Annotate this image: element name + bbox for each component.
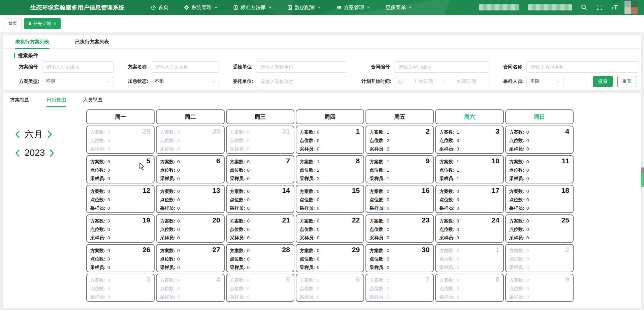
contract-code-input[interactable]	[394, 61, 489, 73]
calendar-day-cell[interactable]: 方案数:015点位数:0采样员:0	[296, 185, 364, 213]
calendar-day-cell[interactable]: 方案数:018点位数:0采样员:0	[505, 185, 574, 213]
next-year-button[interactable]	[49, 149, 55, 158]
search-button[interactable]: 搜索	[593, 76, 613, 87]
vertical-scrollbar[interactable]	[641, 0, 644, 310]
calendar-day-cell[interactable]: 方案数:027点位数:0采样员:0	[156, 244, 224, 272]
tab-calendar-view[interactable]: 日历视图	[46, 93, 66, 107]
sampler-select[interactable]: 不限	[526, 76, 564, 87]
plan-code-input[interactable]	[42, 61, 114, 73]
cell-value: 2	[387, 146, 389, 151]
calendar-day-cell[interactable]: 方案数:031点位数:0采样员:0	[226, 126, 294, 154]
tab-unexecuted-plan-list[interactable]: 未执行方案列表	[15, 35, 50, 49]
calendar-day-cell[interactable]: 方案数:024点位数:0采样员:0	[435, 214, 504, 243]
calendar-day-cell[interactable]: 方案数:08点位数:0采样员:0	[435, 274, 504, 302]
calendar-day-cell[interactable]: 方案数:019点位数:0采样员:0	[86, 214, 155, 243]
calendar-day-cell[interactable]: 方案数:110点位数:1采样员:1	[435, 155, 504, 183]
calendar-day-cell[interactable]: 方案数:020点位数:0采样员:0	[156, 214, 224, 243]
cell-value: 0	[107, 197, 110, 202]
cell-value: 0	[247, 168, 250, 173]
client-unit-input[interactable]	[256, 76, 346, 87]
nav-item-standard-method-library[interactable]: 标准方法库	[233, 4, 272, 11]
search-icon[interactable]	[581, 4, 587, 11]
calendar-day-cell[interactable]: 方案数:07点位数:0采样员:0	[365, 274, 434, 302]
plan-start-time-daterange-input[interactable]: 开始日期-结束日期	[394, 76, 489, 87]
plan-type-label: 方案类型:	[15, 78, 42, 84]
calendar-day-cell[interactable]: 方案数:029点位数:0采样员:0	[86, 126, 155, 154]
calendar-day-cell[interactable]: 方案数:05点位数:0采样员:0	[226, 274, 294, 302]
tag-home[interactable]: 首页	[4, 18, 22, 29]
tab-personnel-view[interactable]: 人员视图	[83, 93, 102, 107]
font-size-icon[interactable]: TT	[612, 4, 618, 11]
calendar-day-cell[interactable]: 方案数:022点位数:0采样员:0	[296, 214, 364, 243]
prev-month-button[interactable]	[15, 130, 20, 139]
calendar-day-cell[interactable]: 方案数:014点位数:0采样员:0	[226, 185, 294, 213]
calendar-day-cell[interactable]: 方案数:012点位数:0采样员:0	[86, 185, 155, 213]
urgent-status-select[interactable]: 不限	[151, 76, 219, 87]
day-number: 28	[282, 246, 290, 254]
cell-value: 0	[107, 278, 110, 283]
contract-name-input[interactable]	[526, 61, 639, 73]
tab-plan-view[interactable]: 方案视图	[10, 93, 30, 107]
calendar-day-cell[interactable]: 方案数:18点位数:2采样员:2	[296, 155, 364, 183]
scrollbar-thumb[interactable]	[641, 167, 644, 173]
cell-value: 0	[387, 265, 389, 270]
tag-task-plan[interactable]: 任务计划 ×	[24, 18, 61, 29]
cell-label: 方案数:	[90, 218, 105, 224]
calendar-day-cell[interactable]: 方案数:04点位数:0采样员:0	[505, 126, 574, 154]
cell-value: 0	[526, 235, 529, 240]
calendar-day-cell[interactable]: 方案数:028点位数:0采样员:0	[226, 244, 294, 272]
day-number: 21	[282, 216, 290, 224]
calendar-day-cell[interactable]: 方案数:03点位数:0采样员:0	[86, 274, 155, 302]
close-icon[interactable]: ×	[54, 21, 56, 26]
calendar-day-cell[interactable]: 方案数:06点位数:0采样员:0	[156, 155, 224, 183]
inspected-unit-input[interactable]	[256, 61, 346, 73]
cell-label: 方案数:	[369, 248, 385, 254]
reset-button[interactable]: 重置	[617, 76, 636, 87]
calendar-day-cell[interactable]: 方案数:017点位数:0采样员:0	[435, 185, 504, 213]
calendar-day-cell[interactable]: 方案数:05点位数:0采样员:0	[86, 155, 155, 183]
calendar-day-cell[interactable]: 方案数:12点位数:2采样员:2	[365, 126, 434, 154]
plan-name-input[interactable]	[151, 61, 219, 73]
calendar-day-cell[interactable]: 方案数:025点位数:0采样员:0	[505, 214, 574, 243]
cell-label: 方案数:	[369, 218, 385, 224]
calendar-day-cell[interactable]: 方案数:021点位数:0采样员:0	[226, 214, 294, 243]
calendar-day-cell[interactable]: 方案数:013点位数:0采样员:0	[156, 185, 224, 213]
calendar-day-cell[interactable]: 方案数:029点位数:0采样员:0	[296, 244, 364, 272]
calendar-day-cell[interactable]: 方案数:030点位数:0采样员:0	[365, 244, 434, 272]
search-conditions-title: 搜索条件	[14, 53, 641, 58]
calendar-day-cell[interactable]: 方案数:07点位数:0采样员:0	[226, 155, 294, 183]
calendar-day-cell[interactable]: 方案数:01点位数:0采样员:0	[435, 244, 504, 272]
next-month-button[interactable]	[47, 130, 53, 139]
calendar-day-cell[interactable]: 方案数:023点位数:0采样员:0	[365, 214, 434, 243]
calendar-day-cell[interactable]: 方案数:13点位数:3采样员:3	[435, 126, 504, 154]
cell-label: 方案数:	[509, 188, 524, 195]
prev-year-button[interactable]	[15, 149, 20, 158]
fullscreen-icon[interactable]	[596, 4, 603, 11]
calendar-day-cell[interactable]: 方案数:06点位数:0采样员:0	[296, 274, 364, 302]
nav-item-plan-management[interactable]: 方案管理	[336, 4, 370, 11]
cell-label: 方案数:	[439, 129, 454, 135]
calendar-day-cell[interactable]: 方案数:09点位数:0采样员:0	[505, 274, 574, 302]
cell-label: 采样员:	[230, 176, 245, 182]
calendar-day-cell[interactable]: 方案数:19点位数:1采样员:1	[365, 155, 434, 183]
day-number: 7	[426, 275, 430, 283]
nav-item-home[interactable]: 首页	[151, 4, 168, 11]
cell-value: 0	[317, 295, 320, 300]
nav-item-more-menu[interactable]: 更多菜单	[386, 4, 412, 11]
calendar-day-cell[interactable]: 方案数:016点位数:0采样员:0	[365, 185, 434, 213]
calendar-day-cell[interactable]: 方案数:026点位数:0采样员:0	[86, 244, 155, 272]
calendar-day-cell[interactable]: 方案数:01点位数:0采样员:0	[296, 126, 364, 154]
day-number: 7	[286, 157, 290, 165]
avatar[interactable]	[624, 1, 638, 14]
cell-value: 0	[387, 256, 389, 262]
nav-item-system-management[interactable]: 系统管理	[184, 4, 218, 11]
plan-type-select[interactable]: 不限	[42, 76, 114, 87]
tab-executed-plan-list[interactable]: 已执行方案列表	[75, 35, 109, 49]
cell-value: 0	[247, 248, 250, 253]
scrollbar-thumb-accent[interactable]	[641, 173, 644, 187]
calendar-day-cell[interactable]: 方案数:030点位数:0采样员:0	[156, 126, 224, 154]
nav-item-data-config[interactable]: 数据配置	[287, 4, 321, 11]
calendar-day-cell[interactable]: 方案数:02点位数:0采样员:0	[505, 244, 574, 272]
calendar-day-cell[interactable]: 方案数:04点位数:0采样员:0	[156, 274, 224, 302]
calendar-day-cell[interactable]: 方案数:011点位数:0采样员:0	[505, 155, 574, 183]
